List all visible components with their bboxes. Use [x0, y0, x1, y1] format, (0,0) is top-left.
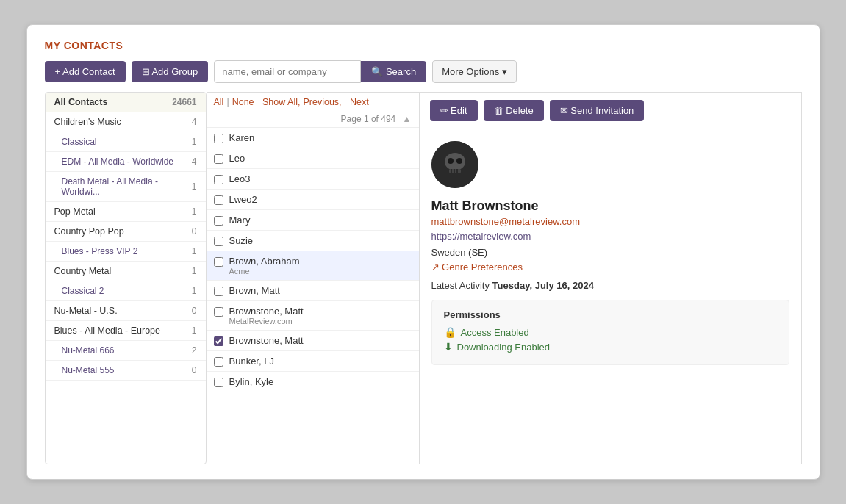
send-invitation-button[interactable]: ✉ Send Invitation [550, 100, 645, 121]
detail-toolbar: ✏ Edit 🗑 Delete ✉ Send Invitation [420, 93, 801, 129]
edit-button[interactable]: ✏ Edit [430, 100, 478, 121]
sidebar-item-label: Children's Music [54, 117, 121, 127]
contact-item[interactable]: Brownstone, Matt [207, 331, 419, 351]
contact-checkbox[interactable] [214, 216, 223, 226]
profile-location: Sweden (SE) [431, 247, 789, 258]
contacts-scroll[interactable]: KarenLeoLeo3Lweo2MarySuzieBrown, Abraham… [207, 128, 419, 464]
contact-item[interactable]: Mary [207, 210, 419, 231]
sidebar-item-label: Nu-Metal 555 [62, 365, 115, 375]
contact-info: Lweo2 [229, 194, 257, 205]
contact-item[interactable]: Bylin, Kyle [207, 372, 419, 392]
sidebar-item[interactable]: Pop Metal1 [46, 202, 206, 222]
sidebar-item[interactable]: Classical 21 [46, 281, 206, 301]
search-input[interactable] [214, 60, 361, 83]
sidebar-item[interactable]: Country Metal1 [46, 262, 206, 281]
search-bar: 🔍 Search [214, 60, 426, 83]
sidebar-item[interactable]: Nu-Metal 5550 [46, 361, 206, 381]
contact-name: Bylin, Kyle [229, 376, 274, 387]
contact-name: Mary [229, 215, 251, 226]
profile-email[interactable]: mattbrownstone@metalreview.com [431, 216, 789, 227]
contact-name: Brown, Matt [229, 285, 280, 296]
perm-label: Access Enabled [461, 327, 529, 338]
delete-button[interactable]: 🗑 Delete [484, 100, 544, 121]
select-none-link[interactable]: None [232, 97, 254, 107]
contact-checkbox[interactable] [214, 287, 223, 296]
sidebar-item[interactable]: Country Pop Pop0 [46, 222, 206, 242]
sidebar-item[interactable]: Blues - Press VIP 21 [46, 242, 206, 262]
sidebar-item-count: 4 [192, 117, 197, 127]
select-all-link[interactable]: All [214, 97, 224, 107]
sidebar-item-count: 1 [192, 137, 197, 147]
profile-activity: Latest Activity Tuesday, July 16, 2024 [431, 280, 789, 291]
sidebar-item[interactable]: All Contacts24661 [46, 93, 206, 112]
contact-checkbox[interactable] [214, 336, 223, 346]
contact-info: Karen [229, 132, 255, 143]
contact-checkbox[interactable] [214, 257, 223, 267]
contact-checkbox[interactable] [214, 134, 223, 143]
permissions-box: Permissions 🔒Access Enabled⬇Downloading … [431, 300, 789, 365]
sidebar-item[interactable]: Nu-Metal 6662 [46, 341, 206, 361]
sidebar-item[interactable]: Blues - All Media - Europe1 [46, 321, 206, 341]
sidebar-item[interactable]: Death Metal - All Media - Worldwi...1 [46, 172, 206, 202]
contact-name: Lweo2 [229, 194, 257, 205]
sidebar-item-label: Classical 2 [62, 286, 104, 296]
contact-info: Bunker, LJ [229, 356, 274, 367]
sidebar-item-label: Country Pop Pop [54, 226, 124, 237]
contact-checkbox[interactable] [214, 237, 223, 246]
contact-item[interactable]: Brown, AbrahamAcme [207, 251, 419, 281]
sidebar-item[interactable]: Children's Music4 [46, 112, 206, 132]
previous-link[interactable]: Previous, [303, 97, 341, 107]
svg-rect-6 [454, 169, 455, 173]
sidebar-item-count: 4 [192, 156, 197, 167]
contact-item[interactable]: Suzie [207, 231, 419, 251]
genre-preferences-link[interactable]: ↗ Genre Preferences [431, 262, 789, 273]
next-link[interactable]: Next [350, 97, 369, 107]
profile-section [431, 141, 789, 188]
search-button[interactable]: 🔍 Search [361, 61, 426, 82]
contact-checkbox[interactable] [214, 195, 223, 205]
permission-item: ⬇Downloading Enabled [444, 341, 777, 353]
perm-icon: 🔒 [444, 326, 456, 338]
sidebar-item[interactable]: Classical1 [46, 132, 206, 152]
profile-name: Matt Brownstone [431, 198, 789, 214]
sidebar-item-label: EDM - All Media - Worldwide [62, 156, 173, 167]
contact-checkbox[interactable] [214, 357, 223, 367]
perm-label: Downloading Enabled [457, 342, 550, 353]
contact-item[interactable]: Bunker, LJ [207, 351, 419, 372]
profile-url[interactable]: https://metalreview.com [431, 231, 789, 242]
contact-item[interactable]: Karen [207, 128, 419, 148]
sidebar-item-count: 0 [192, 365, 197, 375]
contact-item[interactable]: Leo3 [207, 169, 419, 190]
contact-item[interactable]: Brownstone, MattMetalReview.com [207, 301, 419, 331]
sidebar-item-label: Country Metal [54, 266, 112, 276]
sidebar-item-count: 0 [192, 306, 197, 316]
more-options-button[interactable]: More Options ▾ [432, 60, 517, 83]
sidebar-item-count: 0 [192, 226, 197, 237]
svg-rect-7 [456, 169, 458, 173]
contact-name: Karen [229, 132, 255, 143]
contact-sub: Acme [229, 267, 300, 276]
sidebar-item-label: All Contacts [54, 97, 108, 107]
main-card: MY CONTACTS + Add Contact ⊞ Add Group 🔍 … [26, 24, 820, 480]
contact-checkbox[interactable] [214, 154, 223, 164]
add-contact-button[interactable]: + Add Contact [45, 61, 126, 82]
sidebar-item-label: Classical [62, 137, 97, 147]
page-title: MY CONTACTS [45, 40, 802, 51]
contact-checkbox[interactable] [214, 307, 223, 317]
detail-panel: ✏ Edit 🗑 Delete ✉ Send Invitation [420, 92, 802, 464]
sidebar-item-count: 24661 [172, 97, 196, 107]
contact-info: Brownstone, MattMetalReview.com [229, 306, 304, 325]
activity-date: Tuesday, July 16, 2024 [492, 280, 594, 291]
contact-item[interactable]: Lweo2 [207, 190, 419, 210]
main-content: All Contacts24661Children's Music4Classi… [45, 92, 802, 464]
contact-checkbox[interactable] [214, 378, 223, 387]
add-group-button[interactable]: ⊞ Add Group [132, 61, 209, 82]
sidebar-item[interactable]: Nu-Metal - U.S.0 [46, 301, 206, 321]
contact-name: Leo3 [229, 173, 251, 184]
sidebar-item-count: 1 [192, 206, 197, 217]
svg-point-3 [456, 158, 462, 164]
contact-item[interactable]: Leo [207, 148, 419, 169]
contact-item[interactable]: Brown, Matt [207, 281, 419, 301]
contact-checkbox[interactable] [214, 175, 223, 184]
sidebar-item[interactable]: EDM - All Media - Worldwide4 [46, 152, 206, 172]
